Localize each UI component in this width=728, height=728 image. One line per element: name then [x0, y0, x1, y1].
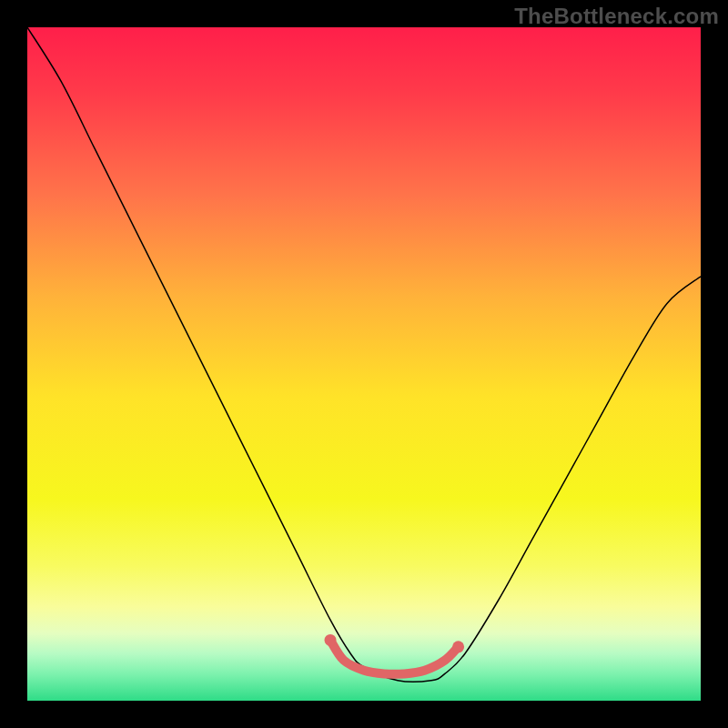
curve-layer — [27, 27, 701, 701]
bottleneck-curve — [27, 27, 701, 682]
svg-point-2 — [452, 641, 464, 652]
flat-bottom-marker — [325, 634, 465, 674]
plot-area — [27, 27, 701, 701]
svg-point-1 — [325, 634, 337, 646]
watermark-text: TheBottleneck.com — [514, 4, 719, 29]
chart-container: TheBottleneck.com — [0, 0, 728, 728]
